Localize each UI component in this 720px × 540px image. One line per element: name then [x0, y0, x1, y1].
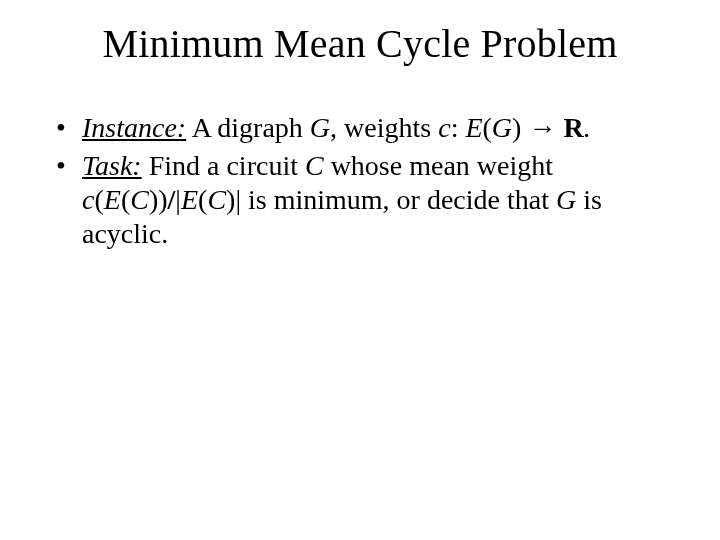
var-E: E [465, 112, 482, 143]
expr-c: c [82, 184, 94, 215]
text: ( [94, 184, 103, 215]
var-c: c [438, 112, 450, 143]
text: ( [483, 112, 492, 143]
set-R: R [563, 112, 583, 143]
bullet-label-instance: Instance: [82, 112, 186, 143]
bullet-task: Task: Find a circuit C whose mean weight… [56, 149, 664, 251]
text: ( [198, 184, 207, 215]
text: )) [149, 184, 168, 215]
expr-C2: C [207, 184, 226, 215]
text: Find a circuit [142, 150, 305, 181]
text: A digraph [186, 112, 310, 143]
bullet-label-task: Task: [82, 150, 142, 181]
dot: . [584, 112, 591, 143]
bullet-list: Instance: A digraph G, weights c: E(G) →… [48, 111, 672, 252]
text: ( [121, 184, 130, 215]
var-C: C [305, 150, 324, 181]
text: is minimum, or decide that [241, 184, 556, 215]
expr-C1: C [130, 184, 149, 215]
text: , weights [330, 112, 438, 143]
var-G2: G [492, 112, 512, 143]
slide: Minimum Mean Cycle Problem Instance: A d… [0, 0, 720, 540]
expr-E2: E [181, 184, 198, 215]
expr-E1: E [104, 184, 121, 215]
text: whose mean weight [324, 150, 553, 181]
text: ) → [512, 112, 563, 143]
text: )| [226, 184, 241, 215]
var-G: G [310, 112, 330, 143]
var-G: G [556, 184, 576, 215]
slide-title: Minimum Mean Cycle Problem [48, 20, 672, 67]
text: : [451, 112, 466, 143]
bullet-instance: Instance: A digraph G, weights c: E(G) →… [56, 111, 664, 145]
